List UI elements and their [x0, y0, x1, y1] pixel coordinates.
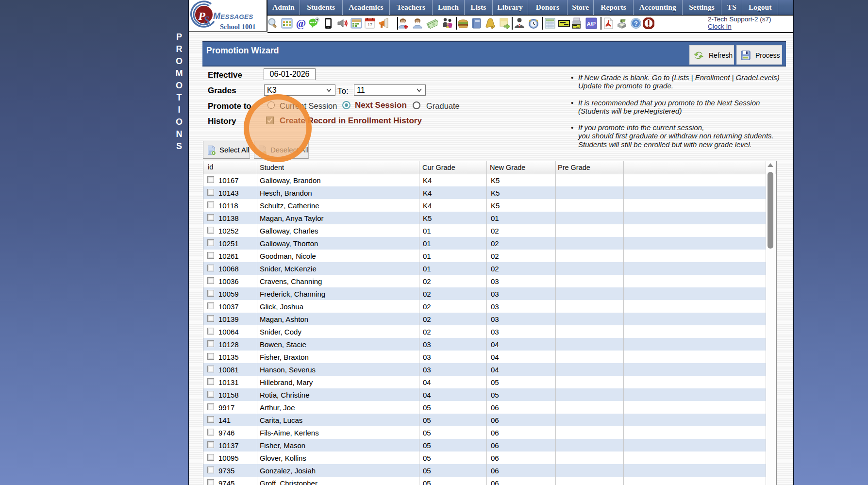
svg-text:?: ?	[634, 20, 638, 27]
svg-text:17: 17	[367, 22, 372, 27]
svg-text:S: S	[204, 14, 210, 26]
svg-text:@: @	[296, 17, 306, 29]
svg-text:A/P: A/P	[587, 21, 596, 27]
